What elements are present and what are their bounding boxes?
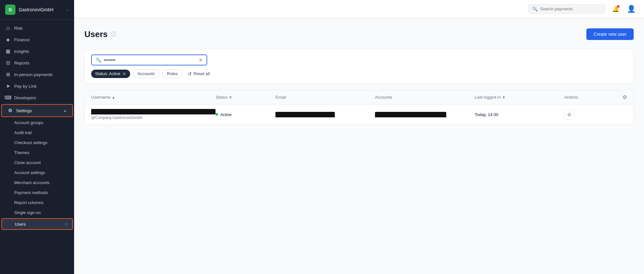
accounts-filter-chip[interactable]: Accounts: [133, 69, 159, 78]
notification-dot: [617, 5, 620, 8]
td-actions: ⧉: [564, 109, 614, 120]
sidebar-nav: ◇ Risk ◈ Finance ▦ Insights ⊟ Reports ⊞ …: [0, 20, 74, 274]
sidebar-item-pay-by-link[interactable]: ➤ Pay by Link: [0, 80, 74, 92]
sidebar-item-finance[interactable]: ◈ Finance: [0, 34, 74, 45]
sidebar-item-developers[interactable]: ⌨ Developers: [0, 92, 74, 103]
finance-icon: ◈: [5, 37, 11, 43]
search-row: 🔍 ✕: [91, 54, 627, 65]
sidebar-item-risk[interactable]: ◇ Risk: [0, 22, 74, 34]
th-email[interactable]: Email: [275, 95, 375, 100]
settings-label: Settings: [16, 108, 32, 113]
user-circle-icon: 👤: [627, 5, 636, 13]
username-sub: @Company.GastronoviGmbH: [91, 115, 216, 120]
sidebar-sub-single-sign-on[interactable]: Single sign-on: [0, 208, 74, 218]
users-label: Users: [15, 222, 26, 227]
th-username[interactable]: Username ▲: [91, 95, 216, 100]
sidebar-item-label: Finance: [14, 37, 30, 42]
chevron-up-icon: ▲: [63, 108, 67, 113]
star-icon[interactable]: ☆: [64, 221, 68, 227]
sidebar-sub-account-settings[interactable]: Account settings: [0, 168, 74, 178]
sidebar-item-in-person[interactable]: ⊞ In-person payments: [0, 69, 74, 80]
email-value: ████████████████████: [275, 112, 335, 117]
main-content: 🔍 🔔 👤 Users ⓘ Create new user 🔍: [74, 0, 644, 274]
in-person-icon: ⊞: [5, 72, 11, 77]
reset-label: Reset all: [194, 71, 210, 76]
page-content: Users ⓘ Create new user 🔍 ✕ Status: Acti…: [74, 18, 644, 274]
filter-search-icon: 🔍: [96, 57, 101, 63]
sidebar-item-users[interactable]: Users ☆: [1, 218, 73, 230]
td-accounts: ████████████████████████: [375, 112, 475, 117]
settings-icon: ⚙: [7, 108, 13, 113]
sort-last-login-icon: ▼: [502, 95, 505, 99]
sidebar-item-label: Reports: [14, 61, 29, 65]
table-header: Username ▲ Status ▼ Email Accounts Last …: [85, 90, 633, 104]
sidebar: G GastronoviGmbH ⌄ ◇ Risk ◈ Finance ▦ In…: [0, 0, 74, 274]
td-status: Active: [216, 112, 275, 117]
info-icon[interactable]: ⓘ: [111, 31, 116, 38]
sidebar-sub-payment-methods[interactable]: Payment methods: [0, 188, 74, 198]
status-active-label: Status: Active: [95, 71, 120, 76]
filter-chips: Status: Active ✕ Accounts Roles ↺ Reset …: [91, 69, 627, 78]
th-accounts[interactable]: Accounts: [375, 95, 475, 100]
th-last-logged-in[interactable]: Last logged in ▼: [475, 95, 564, 100]
profile-button[interactable]: 👤: [626, 4, 636, 14]
page-title-row: Users ⓘ: [84, 29, 116, 39]
sidebar-item-label: Risk: [14, 26, 23, 31]
username-value: ██████████: [91, 109, 216, 114]
risk-icon: ◇: [5, 25, 11, 31]
developers-icon: ⌨: [5, 95, 11, 101]
table-row: ██████████ @Company.GastronoviGmbH Activ…: [85, 104, 633, 124]
th-actions: Actions: [564, 95, 614, 100]
page-title: Users: [84, 29, 108, 39]
company-header[interactable]: G GastronoviGmbH ⌄: [0, 0, 74, 20]
status-value: Active: [220, 112, 231, 117]
clear-search-icon[interactable]: ✕: [199, 57, 203, 63]
status-active-chip[interactable]: Status: Active ✕: [91, 70, 130, 78]
th-status[interactable]: Status ▼: [216, 95, 275, 100]
copy-icon: ⧉: [568, 112, 571, 117]
topbar: 🔍 🔔 👤: [74, 0, 644, 18]
status-badge: Active: [216, 112, 275, 117]
table-settings-gear-icon[interactable]: ⚙: [622, 94, 627, 100]
pay-by-link-icon: ➤: [5, 83, 11, 89]
reset-all-button[interactable]: ↺ Reset all: [185, 70, 213, 78]
sidebar-sub-report-columns[interactable]: Report columns: [0, 198, 74, 208]
filter-search-container[interactable]: 🔍 ✕: [91, 54, 207, 65]
company-logo: G: [5, 5, 15, 15]
td-email: ████████████████████: [275, 112, 375, 117]
sidebar-item-label: In-person payments: [14, 72, 53, 77]
sort-asc-icon: ▲: [112, 95, 115, 99]
users-table: Username ▲ Status ▼ Email Accounts Last …: [84, 90, 634, 125]
sidebar-sub-account-groups[interactable]: Account groups: [0, 118, 74, 128]
td-last-logged-in: Today, 14:30: [475, 112, 564, 117]
search-input[interactable]: [540, 6, 601, 11]
td-username: ██████████ @Company.GastronoviGmbH: [91, 109, 216, 120]
sort-desc-icon: ▼: [229, 95, 232, 99]
search-icon: 🔍: [532, 6, 538, 12]
sidebar-sub-themes[interactable]: Themes: [0, 148, 74, 158]
reports-icon: ⊟: [5, 60, 11, 66]
copy-action-button[interactable]: ⧉: [564, 109, 574, 120]
search-container[interactable]: 🔍: [528, 4, 605, 14]
sidebar-sub-checkout-settings[interactable]: Checkout settings: [0, 138, 74, 148]
sidebar-item-insights[interactable]: ▦ Insights: [0, 45, 74, 57]
notifications-button[interactable]: 🔔: [610, 4, 621, 14]
sidebar-sub-audit-trail[interactable]: Audit trail: [0, 128, 74, 138]
sidebar-item-label: Insights: [14, 49, 29, 54]
sidebar-sub-close-account[interactable]: Close account: [0, 158, 74, 168]
create-new-user-button[interactable]: Create new user: [586, 28, 634, 40]
accounts-value: ████████████████████████: [375, 112, 446, 117]
company-name: GastronoviGmbH: [19, 7, 62, 12]
sidebar-item-settings[interactable]: ⚙ Settings ▲: [1, 104, 73, 117]
page-header: Users ⓘ Create new user: [84, 28, 634, 40]
sidebar-item-label: Developers: [14, 95, 36, 100]
sidebar-item-reports[interactable]: ⊟ Reports: [0, 57, 74, 69]
sidebar-item-label: Pay by Link: [14, 84, 37, 89]
filter-bar: 🔍 ✕ Status: Active ✕ Accounts Roles ↺ Re…: [84, 49, 634, 83]
roles-filter-chip[interactable]: Roles: [162, 69, 182, 78]
sidebar-sub-merchant-accounts[interactable]: Merchant accounts: [0, 178, 74, 188]
insights-icon: ▦: [5, 48, 11, 54]
active-dot: [216, 113, 218, 116]
filter-search-input[interactable]: [104, 58, 196, 63]
remove-status-filter-icon[interactable]: ✕: [122, 71, 126, 76]
